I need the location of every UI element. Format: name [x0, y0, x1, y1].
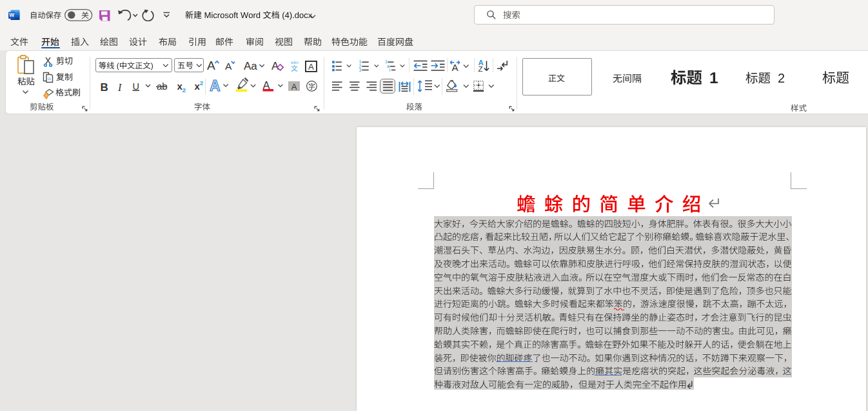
- svg-text:A: A: [291, 82, 297, 91]
- svg-text:Z: Z: [478, 65, 483, 73]
- svg-text:I: I: [117, 82, 122, 93]
- svg-text:U: U: [133, 81, 139, 92]
- svg-text:i: i: [390, 68, 391, 72]
- svg-text:A: A: [207, 59, 215, 72]
- svg-text:B: B: [101, 81, 108, 94]
- svg-text:ab: ab: [157, 81, 168, 92]
- svg-text:W: W: [9, 12, 15, 18]
- svg-text:A: A: [451, 62, 458, 72]
- svg-text:2: 2: [200, 79, 203, 86]
- svg-text:A: A: [210, 77, 221, 94]
- svg-text:2: 2: [182, 86, 186, 94]
- svg-text:A: A: [308, 61, 314, 71]
- svg-text:A: A: [225, 61, 232, 72]
- svg-text:A: A: [263, 79, 270, 91]
- svg-text:3: 3: [359, 68, 361, 72]
- svg-text:Aa: Aa: [244, 60, 257, 72]
